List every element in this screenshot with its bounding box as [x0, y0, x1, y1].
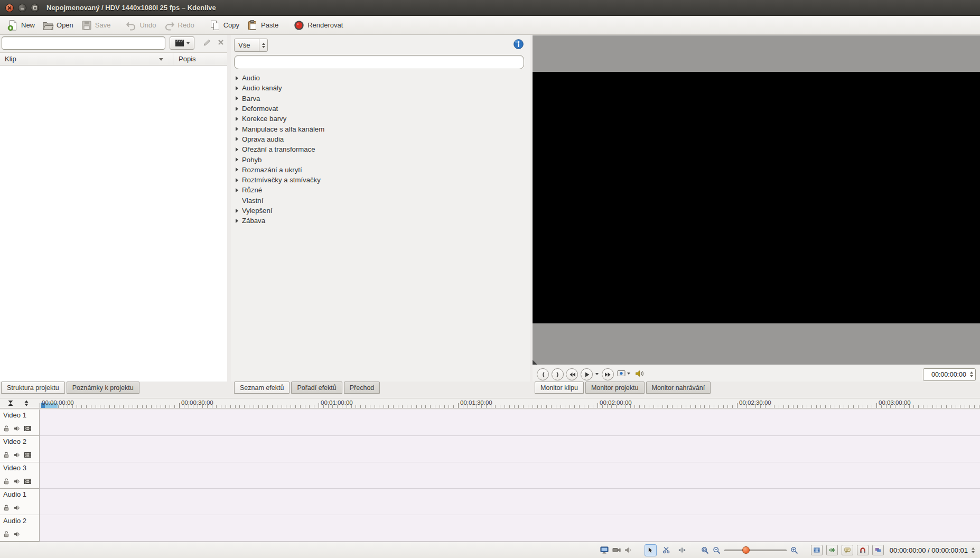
expand-triangle-icon[interactable] [236, 168, 238, 172]
tab-project-monitor[interactable]: Monitor projektu [585, 382, 645, 394]
track-header[interactable]: Video 2 [0, 436, 40, 462]
effect-category-audio-fix[interactable]: Oprava audia [231, 134, 530, 144]
zoom-slider-handle[interactable] [742, 546, 750, 554]
hide-video-icon[interactable] [24, 479, 31, 484]
maximize-button[interactable] [31, 4, 39, 12]
mute-icon[interactable] [14, 531, 20, 537]
effect-category-color[interactable]: Barva [231, 94, 530, 104]
monitor-video-area[interactable] [533, 35, 980, 365]
effect-category-audio-channels[interactable]: Audio kanály [231, 83, 530, 93]
automatic-transitions-button[interactable] [872, 545, 884, 555]
open-button[interactable]: Open [39, 17, 77, 33]
effect-category-alpha[interactable]: Manipulace s alfa kanálem [231, 124, 530, 134]
expand-triangle-icon[interactable] [236, 117, 238, 121]
paste-button[interactable]: Paste [243, 17, 282, 33]
expand-triangle-icon[interactable] [236, 86, 238, 90]
column-header-description[interactable]: Popis [179, 55, 196, 63]
effect-search-input[interactable] [234, 55, 524, 69]
expand-triangle-icon[interactable] [236, 209, 238, 213]
delete-clip-button[interactable] [217, 39, 225, 46]
effect-filter-combo[interactable]: Vše [234, 39, 268, 52]
combo-spin-buttons[interactable] [259, 39, 267, 51]
track-header[interactable]: Audio 2 [0, 515, 40, 542]
monitor-overlay-button[interactable] [617, 370, 630, 377]
spacer-tool-button[interactable] [676, 544, 688, 556]
expand-triangle-icon[interactable] [236, 76, 238, 80]
effect-category-audio[interactable]: Audio [231, 73, 530, 83]
show-video-thumbnails-button[interactable] [811, 545, 823, 555]
save-button[interactable]: Save [77, 17, 115, 33]
redo-button[interactable]: Redo [160, 17, 198, 33]
mute-icon[interactable] [14, 505, 20, 511]
effect-category-motion[interactable]: Pohyb [231, 154, 530, 164]
lock-icon[interactable] [3, 425, 10, 432]
tab-clip-monitor[interactable]: Monitor klipu [535, 382, 584, 394]
razor-tool-button[interactable] [660, 544, 673, 556]
hide-video-icon[interactable] [24, 452, 31, 458]
expand-triangle-icon[interactable] [236, 107, 238, 111]
lock-icon[interactable] [3, 478, 10, 485]
show-marker-comments-button[interactable] [842, 545, 853, 555]
column-header-clip[interactable]: Klip [5, 55, 16, 63]
minimize-button[interactable] [18, 4, 26, 12]
monitor-status-icon[interactable] [600, 546, 609, 554]
mute-icon[interactable] [14, 425, 20, 432]
audio-status-icon[interactable] [624, 547, 632, 553]
forward-button[interactable] [602, 368, 614, 380]
track-lane[interactable] [40, 462, 980, 489]
column-divider[interactable] [173, 53, 173, 65]
effect-category-crop-transform[interactable]: Ořezání a transformace [231, 144, 530, 154]
tab-record-monitor[interactable]: Monitor nahrávání [646, 382, 711, 394]
zone-mode-icon[interactable] [7, 400, 14, 406]
play-options-arrow-icon[interactable] [595, 373, 599, 375]
track-height-icon[interactable] [23, 400, 30, 406]
add-clip-button[interactable] [170, 36, 194, 50]
effect-category-fades[interactable]: Roztmívačky a stmívačky [231, 175, 530, 185]
effect-category-custom[interactable]: Vlastní [231, 196, 530, 206]
close-button[interactable] [5, 4, 14, 12]
tab-project-notes[interactable]: Poznámky k projektu [67, 382, 139, 394]
effect-category-color-correction[interactable]: Korekce barvy [231, 114, 530, 124]
rewind-button[interactable] [566, 368, 578, 380]
snap-button[interactable] [857, 545, 869, 555]
lock-icon[interactable] [3, 505, 10, 511]
edit-clip-button[interactable] [202, 39, 211, 47]
new-button[interactable]: New [3, 17, 39, 33]
expand-triangle-icon[interactable] [236, 178, 238, 182]
track-header[interactable]: Audio 1 [0, 489, 40, 515]
track-lane[interactable] [40, 489, 980, 515]
tab-effect-list[interactable]: Seznam efektů [234, 382, 290, 394]
lock-icon[interactable] [3, 452, 10, 458]
zone-end-button[interactable] [552, 368, 564, 380]
mute-icon[interactable] [14, 452, 20, 458]
project-search-input[interactable] [2, 36, 165, 50]
project-tree-body[interactable] [0, 66, 227, 382]
tab-transition[interactable]: Přechod [344, 382, 380, 394]
zoom-slider[interactable] [724, 545, 787, 555]
expand-triangle-icon[interactable] [236, 127, 238, 131]
render-button[interactable]: Renderovat [290, 17, 347, 33]
effect-category-fun[interactable]: Zábava [231, 216, 530, 226]
tab-project-tree[interactable]: Struktura projektu [1, 382, 65, 394]
mute-icon[interactable] [14, 478, 20, 485]
effect-category-deform[interactable]: Deformovat [231, 104, 530, 114]
copy-button[interactable]: Copy [206, 17, 243, 33]
play-button[interactable] [581, 368, 593, 380]
selection-tool-button[interactable] [645, 544, 657, 556]
expand-triangle-icon[interactable] [236, 157, 238, 162]
hide-video-icon[interactable] [24, 426, 31, 431]
ruler-ticks[interactable]: 00:00:00:00 00:00:30:00 00:01:00:00 00:0… [40, 398, 980, 408]
undo-button[interactable]: Undo [122, 17, 160, 33]
show-audio-thumbnails-button[interactable] [826, 545, 838, 555]
volume-button[interactable] [635, 370, 645, 377]
zoom-out-button[interactable] [713, 546, 721, 554]
fit-zoom-button[interactable] [701, 546, 709, 554]
effect-category-enhancement[interactable]: Vylepšení [231, 206, 530, 216]
zone-start-button[interactable] [537, 368, 549, 380]
tab-effect-stack[interactable]: Pořadí efektů [291, 382, 342, 394]
timeline-ruler[interactable]: 00:00:00:00 00:00:30:00 00:01:00:00 00:0… [0, 398, 980, 408]
track-lane[interactable] [40, 410, 980, 436]
expand-triangle-icon[interactable] [236, 137, 238, 141]
capture-status-icon[interactable] [612, 547, 621, 553]
expand-triangle-icon[interactable] [236, 219, 238, 223]
